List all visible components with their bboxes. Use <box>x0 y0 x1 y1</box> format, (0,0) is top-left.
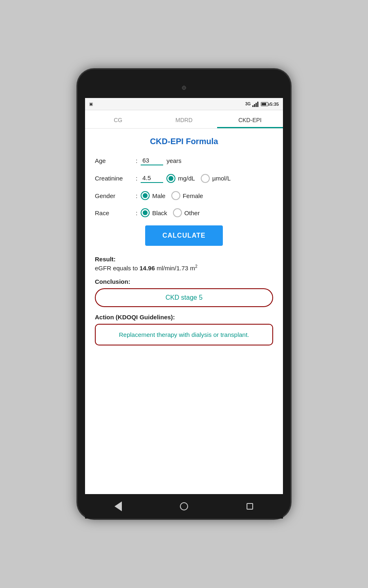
radio-male-circle <box>141 191 150 200</box>
creatinine-label: Creatinine <box>95 175 136 182</box>
age-row: Age : years <box>95 156 273 165</box>
radio-male-label: Male <box>152 192 166 199</box>
formula-title: CKD-EPI Formula <box>95 137 273 146</box>
signal-label: 3G <box>245 102 251 106</box>
radio-black-circle <box>141 208 150 217</box>
recent-icon <box>247 503 253 510</box>
battery-icon <box>261 102 268 106</box>
back-icon <box>114 501 122 511</box>
radio-mgdl-label: mg/dL <box>178 175 195 182</box>
tab-cg[interactable]: CG <box>85 110 151 128</box>
radio-other[interactable]: Other <box>173 208 200 217</box>
status-bar: ▣ 3G 5:35 <box>85 98 283 110</box>
device: ▣ 3G 5:35 CG MDRD <box>78 69 290 519</box>
radio-male[interactable]: Male <box>141 191 166 200</box>
age-colon: : <box>136 157 137 164</box>
radio-female-label: Female <box>183 192 203 199</box>
result-title: Result: <box>95 256 273 263</box>
conclusion-section: Conclusion: CKD stage 5 <box>95 278 273 307</box>
sim-icon: ▣ <box>89 102 93 106</box>
time-display: 5:35 <box>270 102 279 107</box>
tab-bar: CG MDRD CKD-EPI <box>85 110 283 129</box>
conclusion-title: Conclusion: <box>95 278 273 285</box>
creatinine-row: Creatinine : mg/dL µmol/L <box>95 174 273 183</box>
result-prefix: eGFR equals to <box>95 265 139 272</box>
action-title: Action (KDOQI Guidelines): <box>95 314 273 321</box>
tab-ckdepi[interactable]: CKD-EPI <box>217 110 283 128</box>
stage-box: CKD stage 5 <box>95 288 273 307</box>
bottom-nav <box>85 494 283 519</box>
race-row: Race : Black Other <box>95 208 273 217</box>
radio-other-label: Other <box>184 209 200 216</box>
result-section: Result: eGFR equals to 14.96 ml/min/1.73… <box>95 256 273 272</box>
radio-mgdl[interactable]: mg/dL <box>166 174 195 183</box>
radio-female[interactable]: Female <box>171 191 203 200</box>
nav-home-button[interactable] <box>176 498 192 514</box>
radio-umol-circle <box>201 174 210 183</box>
device-top-bar <box>85 78 283 98</box>
content-area: CKD-EPI Formula Age : years Creatinine :… <box>85 129 283 494</box>
creatinine-colon: : <box>136 175 137 182</box>
race-colon: : <box>136 209 137 216</box>
radio-female-circle <box>171 191 180 200</box>
gender-row: Gender : Male Female <box>95 191 273 200</box>
tab-mdrd[interactable]: MDRD <box>151 110 217 128</box>
nav-recent-button[interactable] <box>242 498 258 514</box>
radio-other-circle <box>173 208 182 217</box>
calculate-button[interactable]: CALCULATE <box>145 225 223 246</box>
action-section: Action (KDOQI Guidelines): Replacement t… <box>95 314 273 345</box>
age-unit: years <box>166 157 182 164</box>
result-superscript: 2 <box>195 264 197 269</box>
race-label: Race <box>95 209 136 216</box>
status-right: 3G 5:35 <box>245 101 279 107</box>
result-value: eGFR equals to 14.96 ml/min/1.73 m2 <box>95 264 273 272</box>
radio-black-label: Black <box>152 209 167 216</box>
creatinine-input[interactable] <box>141 174 163 183</box>
gender-colon: : <box>136 192 137 199</box>
radio-black[interactable]: Black <box>141 208 167 217</box>
radio-mgdl-circle <box>166 174 175 183</box>
screen: ▣ 3G 5:35 CG MDRD <box>85 98 283 494</box>
camera <box>182 86 186 90</box>
radio-umol-label: µmol/L <box>212 175 231 182</box>
signal-icon <box>252 101 258 107</box>
radio-umol[interactable]: µmol/L <box>201 174 231 183</box>
action-box: Replacement therapy with dialysis or tra… <box>95 324 273 345</box>
status-left: ▣ <box>89 102 93 106</box>
home-icon <box>180 502 188 510</box>
result-suffix: ml/min/1.73 m <box>155 265 195 272</box>
age-label: Age <box>95 157 136 164</box>
nav-back-button[interactable] <box>110 498 126 514</box>
age-input[interactable] <box>141 156 163 165</box>
result-number: 14.96 <box>139 265 155 272</box>
gender-label: Gender <box>95 192 136 199</box>
